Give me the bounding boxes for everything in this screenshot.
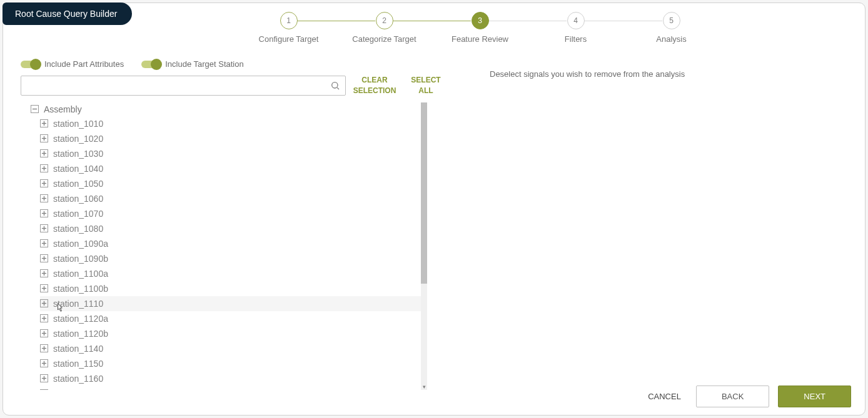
tree-item[interactable]: station_1110: [40, 296, 421, 311]
step-circle: 1: [280, 12, 298, 29]
expand-icon: [40, 254, 48, 262]
tree-item[interactable]: station_1040: [40, 161, 421, 176]
collapse-icon: [31, 105, 39, 113]
step-connector: [297, 21, 375, 21]
tree-item-label: station_1030: [53, 149, 103, 159]
tree-item-label: station_1060: [53, 194, 103, 204]
footer: CANCEL BACK NEXT: [642, 386, 851, 407]
tree-item-label: station_1170a: [53, 389, 108, 390]
scrollbar-thumb[interactable]: [421, 102, 427, 284]
tree-item-label: station_1150: [53, 359, 103, 369]
switch-icon: [141, 61, 160, 68]
tree-item[interactable]: station_1090b: [40, 251, 421, 266]
tree-item[interactable]: station_1050: [40, 176, 421, 191]
tree-root-label: Assembly: [44, 104, 82, 114]
step-label: Configure Target: [259, 34, 319, 44]
tree-item[interactable]: station_1080: [40, 221, 421, 236]
stepper: 1Configure Target2Categorize Target3Feat…: [241, 12, 719, 44]
tree-item-label: station_1050: [53, 179, 103, 189]
tree-item[interactable]: station_1150: [40, 356, 421, 371]
tree-item[interactable]: station_1120b: [40, 326, 421, 341]
step-1[interactable]: 1Configure Target: [241, 12, 336, 44]
step-label: Categorize Target: [352, 34, 416, 44]
toggle-label: Include Target Station: [165, 59, 244, 69]
toggle-include-part-attributes[interactable]: Include Part Attributes: [21, 59, 124, 69]
tree-item-label: station_1010: [53, 119, 103, 129]
step-5[interactable]: 5Analysis: [623, 12, 719, 44]
tree-item[interactable]: station_1010: [40, 116, 421, 131]
tree-item-label: station_1120a: [53, 314, 108, 324]
tree-item-label: station_1100a: [53, 269, 108, 279]
tree-item-label: station_1160: [53, 374, 103, 384]
step-circle: 5: [663, 12, 680, 29]
back-button[interactable]: BACK: [696, 386, 769, 407]
tree-item[interactable]: station_1100b: [40, 281, 421, 296]
tree-item-label: station_1140: [53, 344, 103, 354]
step-label: Filters: [565, 34, 587, 44]
tree-item-label: station_1070: [53, 209, 103, 219]
step-4[interactable]: 4Filters: [528, 12, 623, 44]
search-input[interactable]: [26, 81, 330, 90]
search-box[interactable]: [21, 76, 346, 96]
chevron-down-icon[interactable]: ▾: [421, 384, 427, 390]
next-button[interactable]: NEXT: [778, 386, 851, 407]
tree-children: station_1010station_1020station_1030stat…: [31, 116, 421, 390]
expand-icon: [40, 209, 48, 217]
expand-icon: [40, 359, 48, 367]
expand-icon: [40, 314, 48, 322]
scrollbar[interactable]: ▾: [421, 102, 427, 390]
expand-icon: [40, 134, 48, 142]
expand-icon: [40, 239, 48, 247]
step-connector: [393, 21, 471, 21]
page-title-text: Root Cause Query Builder: [15, 9, 117, 19]
tree-item-label: station_1090a: [53, 239, 108, 249]
tree-item[interactable]: station_1100a: [40, 266, 421, 281]
expand-icon: [40, 179, 48, 187]
tree-item[interactable]: station_1020: [40, 131, 421, 146]
expand-icon: [40, 119, 48, 127]
expand-icon: [40, 344, 48, 352]
expand-icon: [40, 149, 48, 157]
expand-icon: [40, 194, 48, 202]
tree-item-label: station_1100b: [53, 284, 108, 294]
expand-icon: [40, 389, 48, 390]
select-all-button[interactable]: SELECT ALL: [403, 75, 448, 96]
tree: Assembly station_1010station_1020station…: [21, 102, 421, 390]
tree-item[interactable]: station_1090a: [40, 236, 421, 251]
tree-item[interactable]: station_1140: [40, 341, 421, 356]
step-circle: 3: [472, 12, 489, 29]
tree-item[interactable]: station_1070: [40, 206, 421, 221]
step-label: Analysis: [656, 34, 686, 44]
tree-item-label: station_1110: [53, 299, 103, 309]
tree-item[interactable]: station_1160: [40, 371, 421, 386]
search-icon: [330, 81, 340, 91]
tree-item-label: station_1090b: [53, 254, 108, 264]
svg-point-0: [332, 82, 338, 87]
clear-selection-button[interactable]: CLEAR SELECTION: [352, 75, 397, 96]
content: Include Part Attributes Include Target S…: [21, 59, 852, 379]
tree-root[interactable]: Assembly: [31, 102, 421, 116]
step-circle: 2: [376, 12, 393, 29]
panel: Root Cause Query Builder 1Configure Targ…: [3, 2, 865, 416]
step-3[interactable]: 3Feature Review: [432, 12, 528, 44]
step-connector: [584, 21, 662, 21]
expand-icon: [40, 224, 48, 232]
search-row: CLEAR SELECTION SELECT ALL: [21, 75, 852, 96]
tree-item-label: station_1080: [53, 224, 103, 234]
expand-icon: [40, 269, 48, 277]
tree-item[interactable]: station_1030: [40, 146, 421, 161]
switch-icon: [21, 61, 39, 68]
step-label: Feature Review: [452, 34, 508, 44]
deselect-hint: Deselect signals you wish to remove from…: [490, 69, 685, 79]
tree-item-label: station_1120b: [53, 329, 108, 339]
tree-wrap: Assembly station_1010station_1020station…: [21, 102, 852, 390]
toggle-include-target-station[interactable]: Include Target Station: [141, 59, 244, 69]
tree-item[interactable]: station_1170a: [40, 386, 421, 390]
expand-icon: [40, 284, 48, 292]
tree-item[interactable]: station_1060: [40, 191, 421, 206]
cancel-button[interactable]: CANCEL: [642, 387, 687, 406]
tree-item[interactable]: station_1120a: [40, 311, 421, 326]
step-circle: 4: [567, 12, 585, 29]
toggle-label: Include Part Attributes: [44, 59, 124, 69]
step-2[interactable]: 2Categorize Target: [336, 12, 432, 44]
